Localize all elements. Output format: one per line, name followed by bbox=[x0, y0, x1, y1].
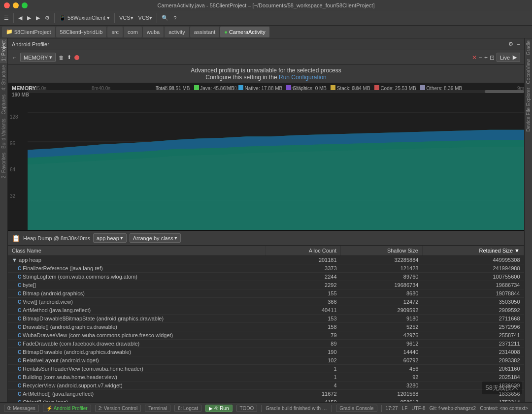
todo-btn[interactable]: TODO bbox=[236, 405, 258, 412]
table-row[interactable]: C Object[] (java.lang) 4159 958612 17523… bbox=[8, 398, 524, 403]
toolbar-menu[interactable]: ☰ bbox=[2, 13, 11, 24]
traffic-lights[interactable] bbox=[4, 2, 28, 8]
close-button[interactable] bbox=[4, 2, 10, 8]
maximize-button[interactable] bbox=[22, 2, 28, 8]
table-row[interactable]: ▼ app heap 201181 32285884 449995308 bbox=[8, 256, 524, 264]
tab-dot: ● bbox=[224, 29, 228, 35]
table-row[interactable]: C RelativeLayout (android.widget) 102 60… bbox=[8, 356, 524, 365]
arrange-dropdown[interactable]: Arrange by class ▾ bbox=[130, 233, 181, 243]
live-btn[interactable]: Live |▶ bbox=[497, 53, 520, 62]
toolbar-58wuxian[interactable]: 📱 58WuxianClient ▾ bbox=[57, 13, 112, 24]
table-row[interactable]: C byte[] 2292 19686734 19686734 bbox=[8, 281, 524, 289]
sidebar-cocoaview[interactable]: CocoaView bbox=[525, 57, 532, 86]
export-btn[interactable]: ⬆ bbox=[67, 54, 71, 61]
profiler-btn[interactable]: ⚡ Android Profiler bbox=[43, 405, 91, 412]
alloc-count: 201181 bbox=[266, 256, 341, 264]
table-body: ▼ app heap 201181 32285884 449995308 C bbox=[8, 256, 524, 403]
table-row[interactable]: C View[] (android.view) 366 12472 350305… bbox=[8, 298, 524, 306]
table-row[interactable]: C Drawable[] (android.graphics.drawable)… bbox=[8, 323, 524, 331]
table-row[interactable]: C ArtMethod[] (java.lang.reflect) 11672 … bbox=[8, 390, 524, 398]
title-bar: CameraActivity.java - 58ClientProject – … bbox=[0, 0, 532, 11]
toolbar-run[interactable]: ▶ bbox=[34, 13, 42, 24]
table-row[interactable]: C RentalsSunHeaderView (com.wuba.home.he… bbox=[8, 365, 524, 373]
version-control-btn[interactable]: 2: Version Control bbox=[95, 405, 141, 412]
tab-com[interactable]: com bbox=[124, 27, 142, 37]
tab-cameraactivity[interactable]: ● CameraActivity bbox=[220, 27, 269, 37]
toolbar-vcs2[interactable]: VCS▾ bbox=[136, 13, 155, 24]
table-row[interactable]: C BitmapDrawable (android.graphics.drawa… bbox=[8, 348, 524, 356]
settings-icon[interactable]: ⚙ bbox=[508, 41, 513, 47]
messages-btn[interactable]: 0: Messages bbox=[4, 405, 39, 412]
alloc-count: 3373 bbox=[266, 264, 341, 273]
sidebar-gradle[interactable]: Gradle bbox=[525, 38, 532, 57]
class-name: C FadeDrawable (com.facebook.drawee.draw… bbox=[8, 340, 266, 348]
table-header: Class Name Alloc Count Shallow Size Reta… bbox=[8, 246, 524, 256]
col-class-name[interactable]: Class Name bbox=[8, 246, 266, 256]
chevron-down-icon: ▾ bbox=[49, 54, 52, 61]
legend-code: Code: 25.53 MB bbox=[374, 85, 416, 91]
table-row[interactable]: C ArtMethod (java.lang.reflect) 40411 29… bbox=[8, 306, 524, 315]
sidebar-captures[interactable]: Captures bbox=[0, 93, 7, 117]
toolbar-help[interactable]: ? bbox=[171, 13, 178, 24]
sidebar-device-file-explorer[interactable]: Device File Explorer bbox=[525, 86, 532, 133]
table-row[interactable]: C BitmapDrawable$BitmapState (android.gr… bbox=[8, 315, 524, 323]
record-btn[interactable] bbox=[74, 55, 79, 60]
close-icon[interactable]: ✕ bbox=[472, 54, 477, 61]
chevron-down-icon: ▾ bbox=[120, 235, 123, 241]
table-row[interactable]: C Bitmap (android.graphics) 155 8680 190… bbox=[8, 289, 524, 298]
table-row[interactable]: C StringLogItem (com.wuba.commons.wlog.a… bbox=[8, 273, 524, 281]
tab-src[interactable]: src bbox=[107, 27, 123, 37]
memory-dropdown[interactable]: MEMORY ▾ bbox=[20, 53, 56, 62]
sidebar-project[interactable]: 1: Project bbox=[0, 38, 7, 63]
close-panel-icon[interactable]: − bbox=[517, 41, 520, 47]
minimize-button[interactable] bbox=[13, 2, 19, 8]
table-row[interactable]: C Building (com.wuba.home.header.view) 1… bbox=[8, 373, 524, 382]
run-config-link[interactable]: Run Configuration bbox=[279, 74, 327, 81]
tab-58clientproject[interactable]: 📁 58ClientProject bbox=[2, 27, 55, 37]
sidebar-favorites[interactable]: 2: Favorites bbox=[0, 151, 7, 180]
tab-activity[interactable]: activity bbox=[165, 27, 189, 37]
zoom-fit-icon[interactable]: ⊡ bbox=[490, 54, 495, 61]
logcat-btn[interactable]: 6: Logcat bbox=[174, 405, 201, 412]
tab-wuba[interactable]: wuba bbox=[143, 27, 164, 37]
encoding: UTF-8 bbox=[411, 406, 425, 411]
build-message: Gradle build finished with 84 error(s) a… bbox=[266, 406, 328, 411]
scrollbar-thumb[interactable] bbox=[485, 90, 524, 93]
class-name: C Bitmap (android.graphics) bbox=[8, 289, 266, 298]
heap-table[interactable]: Class Name Alloc Count Shallow Size Reta… bbox=[8, 246, 524, 402]
table-row[interactable]: C RecyclerView (android.support.v7.widge… bbox=[8, 382, 524, 390]
col-retained-size[interactable]: Retained Size ▼ bbox=[422, 246, 524, 256]
toolbar-back[interactable]: ◀ bbox=[16, 13, 24, 24]
toolbar-debug[interactable]: ⚙ bbox=[43, 13, 52, 24]
tab-assistant[interactable]: assistant bbox=[190, 27, 219, 37]
table-row[interactable]: C FadeDrawable (com.facebook.drawee.draw… bbox=[8, 340, 524, 348]
toolbar-vcs[interactable]: VCS▾ bbox=[117, 13, 135, 24]
sidebar-build-variants[interactable]: Build Variants bbox=[0, 117, 7, 151]
run-icon: ▶ bbox=[209, 406, 213, 411]
tab-58clienthybridlib[interactable]: 58ClientHybridLib bbox=[56, 27, 107, 37]
nav-tabs: 📁 58ClientProject 58ClientHybridLib src … bbox=[0, 26, 532, 38]
run-btn[interactable]: ▶ 4: Run bbox=[205, 405, 232, 412]
col-shallow-size[interactable]: Shallow Size bbox=[341, 246, 423, 256]
back-btn[interactable]: ← bbox=[12, 55, 17, 61]
toolbar-search[interactable]: 🔍 bbox=[160, 13, 170, 24]
col-alloc-count[interactable]: Alloc Count bbox=[266, 246, 341, 256]
toolbar-forward[interactable]: ▶ bbox=[25, 13, 33, 24]
git-branch: Git: f-webp-zhangzx2 bbox=[430, 406, 476, 411]
table-row[interactable]: C WubaDraweeView (com.wuba.commons.pictu… bbox=[8, 331, 524, 340]
main-toolbar: ☰ ◀ ▶ ▶ ⚙ 📱 58WuxianClient ▾ VCS▾ VCS▾ 🔍… bbox=[0, 11, 532, 26]
legend-java: Java: 45.86 MB bbox=[194, 85, 234, 91]
gradle-console-btn[interactable]: Gradle Console bbox=[336, 405, 377, 412]
zoom-in-icon[interactable]: + bbox=[484, 54, 488, 61]
heap-dropdown[interactable]: app heap ▾ bbox=[93, 233, 127, 243]
terminal-btn[interactable]: Terminal bbox=[145, 405, 170, 412]
zoom-out-icon[interactable]: − bbox=[479, 54, 482, 61]
legend-native: Native: 17.88 MB bbox=[238, 85, 283, 91]
delete-btn[interactable]: 🗑 bbox=[59, 55, 64, 61]
sidebar-structure[interactable]: 4: Structure bbox=[0, 63, 7, 93]
main-layout: 1: Project 4: Structure Captures Build V… bbox=[0, 38, 532, 402]
chart-legend: Total: 98.51 MB Java: 45.86 MB Native: 1… bbox=[156, 85, 462, 91]
table-row[interactable]: C FinalizerReference (java.lang.ref) 337… bbox=[8, 264, 524, 273]
memory-chart: Total: 98.51 MB Java: 45.86 MB Native: 1… bbox=[8, 83, 524, 230]
class-name: C StringLogItem (com.wuba.commons.wlog.a… bbox=[8, 273, 266, 281]
